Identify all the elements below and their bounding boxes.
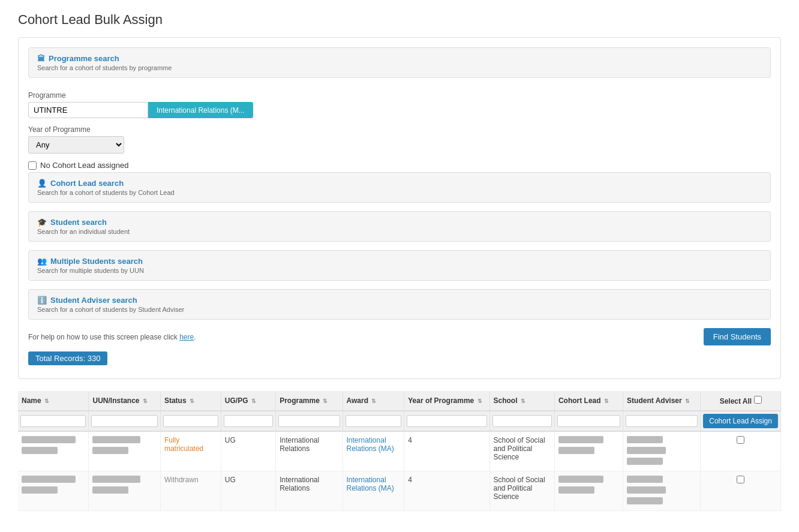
cell-uun: [89, 431, 160, 471]
student-search-title: 🎓 Student search: [37, 218, 762, 227]
cell-status: Fullymatriculated: [160, 431, 221, 471]
programme-search-subtitle: Search for a cohort of students by progr…: [37, 64, 762, 71]
cell-uun: [89, 471, 160, 511]
cell-year: 4: [404, 431, 489, 471]
student-search-panel[interactable]: 🎓 Student search Search for an individua…: [28, 211, 771, 242]
cell-select[interactable]: [701, 431, 781, 471]
col-ugpg[interactable]: UG/PG ⇅: [221, 391, 275, 411]
cell-name: [18, 471, 89, 511]
col-cohort-lead[interactable]: Cohort Lead ⇅: [554, 391, 623, 411]
help-text: For help on how to use this screen pleas…: [28, 333, 196, 341]
cohort-lead-search-panel[interactable]: 👤 Cohort Lead search Search for a cohort…: [28, 172, 771, 203]
students-table: Name ⇅ UUN/Instance ⇅ Status ⇅ UG/PG ⇅ P…: [18, 391, 781, 511]
multiple-students-search-subtitle: Search for multiple students by UUN: [37, 267, 762, 274]
filter-programme[interactable]: [278, 415, 340, 427]
table-header-row: Name ⇅ UUN/Instance ⇅ Status ⇅ UG/PG ⇅ P…: [18, 391, 781, 411]
cell-programme: International Relations: [276, 431, 343, 471]
row-checkbox-2[interactable]: [737, 476, 744, 483]
programme-search-panel[interactable]: 🏛 Programme search Search for a cohort o…: [28, 47, 771, 78]
cell-school: School of Social and Political Science: [489, 431, 554, 471]
col-student-adviser[interactable]: Student Adviser ⇅: [623, 391, 701, 411]
cell-programme: International Relations: [276, 471, 343, 511]
col-award[interactable]: Award ⇅: [343, 391, 404, 411]
hat-icon: 🎓: [37, 218, 47, 227]
programme-label: Programme: [28, 91, 771, 100]
cell-award: International Relations (MA): [343, 471, 404, 511]
programme-input[interactable]: [28, 102, 148, 118]
no-cohort-lead-text: No Cohort Lead assigned: [40, 161, 128, 170]
cell-student-adviser: [623, 471, 701, 511]
table-row: Fullymatriculated UG International Relat…: [18, 431, 781, 471]
col-programme[interactable]: Programme ⇅: [276, 391, 343, 411]
student-adviser-search-title: ℹ️ Student Adviser search: [37, 296, 762, 305]
total-records-badge: Total Records: 330: [28, 351, 107, 365]
cell-student-adviser: [623, 431, 701, 471]
info-icon: ℹ️: [37, 296, 47, 305]
page-title: Cohort Lead Bulk Assign: [18, 12, 781, 28]
filter-name[interactable]: [20, 415, 86, 427]
programme-area: Programme International Relations (M... …: [28, 86, 771, 172]
bank-icon: 🏛: [37, 54, 45, 63]
col-name[interactable]: Name ⇅: [18, 391, 89, 411]
programme-search-title: 🏛 Programme search: [37, 54, 762, 63]
filter-school[interactable]: [492, 415, 552, 427]
cell-name: [18, 431, 89, 471]
group-icon: 👥: [37, 257, 47, 266]
cohort-lead-search-title: 👤 Cohort Lead search: [37, 179, 762, 188]
filter-uun[interactable]: [91, 415, 157, 427]
cell-status: Withdrawn: [160, 471, 221, 511]
cohort-lead-assign-button[interactable]: Cohort Lead Assign: [703, 414, 778, 428]
cell-school: School of Social and Political Science: [489, 471, 554, 511]
cell-year: 4: [404, 471, 489, 511]
multiple-students-search-title: 👥 Multiple Students search: [37, 257, 762, 266]
student-search-subtitle: Search for an individual student: [37, 228, 762, 235]
programme-button[interactable]: International Relations (M...: [148, 102, 253, 118]
programme-input-group: International Relations (M...: [28, 102, 771, 118]
year-of-programme-select-wrapper: Any 1 2 3 4 5: [28, 136, 771, 154]
multiple-students-search-panel[interactable]: 👥 Multiple Students search Search for mu…: [28, 250, 771, 281]
help-row: For help on how to use this screen pleas…: [28, 328, 771, 345]
cell-ugpg: UG: [221, 471, 275, 511]
table-row: Withdrawn UG International Relations Int…: [18, 471, 781, 511]
help-link[interactable]: here: [179, 333, 194, 341]
cohort-lead-search-subtitle: Search for a cohort of students by Cohor…: [37, 189, 762, 196]
filter-award[interactable]: [346, 415, 402, 427]
filter-cohort-lead[interactable]: [557, 415, 620, 427]
students-table-wrapper: Name ⇅ UUN/Instance ⇅ Status ⇅ UG/PG ⇅ P…: [18, 391, 781, 511]
cell-cohort-lead: [554, 471, 623, 511]
cell-select[interactable]: [701, 471, 781, 511]
table-body: Fullymatriculated UG International Relat…: [18, 431, 781, 511]
find-students-button[interactable]: Find Students: [704, 328, 771, 345]
row-checkbox-1[interactable]: [737, 436, 744, 444]
cell-award: International Relations (MA): [343, 431, 404, 471]
col-uun[interactable]: UUN/Instance ⇅: [89, 391, 160, 411]
col-select-all[interactable]: Select All: [701, 391, 781, 411]
filter-year[interactable]: [407, 415, 486, 427]
cell-cohort-lead: [554, 431, 623, 471]
user-icon: 👤: [37, 179, 47, 188]
student-adviser-search-panel[interactable]: ℹ️ Student Adviser search Search for a c…: [28, 289, 771, 320]
filter-status[interactable]: [163, 415, 218, 427]
filter-ugpg[interactable]: [224, 415, 273, 427]
select-all-checkbox[interactable]: [754, 396, 762, 404]
year-of-programme-label: Year of Programme: [28, 125, 771, 134]
main-card: 🏛 Programme search Search for a cohort o…: [18, 37, 781, 379]
filter-student-adviser[interactable]: [626, 415, 698, 427]
student-adviser-search-subtitle: Search for a cohort of students by Stude…: [37, 306, 762, 313]
col-status[interactable]: Status ⇅: [160, 391, 221, 411]
col-year-of-programme[interactable]: Year of Programme ⇅: [404, 391, 489, 411]
table-filter-row: Cohort Lead Assign: [18, 411, 781, 431]
col-school[interactable]: School ⇅: [489, 391, 554, 411]
cell-ugpg: UG: [221, 431, 275, 471]
no-cohort-lead-label[interactable]: No Cohort Lead assigned: [28, 161, 771, 170]
no-cohort-lead-checkbox[interactable]: [28, 161, 37, 170]
year-of-programme-select[interactable]: Any 1 2 3 4 5: [28, 136, 124, 154]
